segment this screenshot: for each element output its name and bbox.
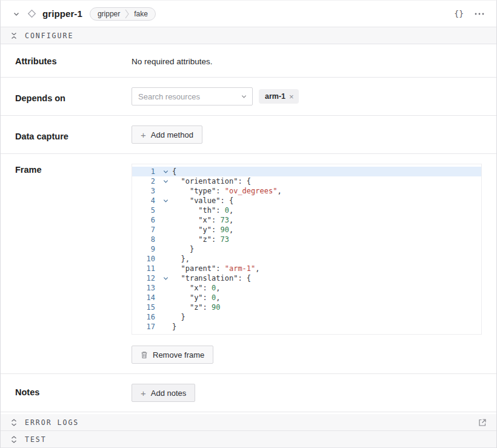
component-header: gripper-1 gripperfake {} [1, 1, 496, 27]
line-number: 12 [132, 273, 159, 283]
editor-line: 4 "value": { [132, 196, 481, 206]
depends-search-input[interactable] [132, 87, 253, 105]
editor-line: 9 } [132, 244, 481, 254]
editor-line: 16 } [132, 312, 481, 322]
remove-dependency-icon[interactable]: × [289, 93, 294, 101]
line-number: 2 [132, 176, 159, 186]
code-text: "z": 73 [172, 235, 229, 244]
code-text: } [172, 244, 194, 254]
fold-chevron-icon[interactable] [159, 176, 172, 186]
json-mode-toggle-icon[interactable]: {} [454, 9, 464, 18]
overflow-menu-icon[interactable] [475, 13, 484, 15]
section-configure-bar[interactable]: CONFIGURE [1, 27, 496, 44]
attributes-value: No required attributes. [132, 55, 482, 66]
editor-line: 5 "th": 0, [132, 206, 481, 215]
editor-line: 13 "x": 0, [132, 283, 481, 293]
component-name: gripper-1 [42, 8, 82, 19]
remove-frame-label: Remove frame [153, 350, 204, 359]
expand-section-icon [10, 419, 18, 426]
fold-chevron-icon[interactable] [159, 167, 172, 176]
editor-line: 1{ [132, 167, 481, 176]
fold-gutter [159, 215, 172, 225]
code-text: "z": 90 [172, 303, 221, 312]
collapse-chevron-icon[interactable] [10, 8, 22, 20]
section-error-logs-label: ERROR LOGS [25, 418, 79, 427]
collapsed-sections: ERROR LOGS TEST [1, 414, 496, 448]
section-configure-label: CONFIGURE [25, 32, 73, 40]
line-number: 4 [132, 196, 159, 206]
section-test-bar[interactable]: TEST [1, 431, 496, 448]
line-number: 5 [132, 206, 159, 215]
fold-chevron-icon[interactable] [159, 196, 172, 206]
line-number: 8 [132, 235, 159, 244]
line-number: 10 [132, 254, 159, 264]
add-method-button[interactable]: + Add method [132, 125, 202, 144]
fold-gutter [159, 225, 172, 235]
depends-search-box [132, 87, 253, 105]
editor-line: 6 "x": 73, [132, 215, 481, 225]
dependency-chip-label: arm-1 [265, 92, 285, 101]
frame-row: Frame 1{2 "orientation": {3 "type": "ov_… [1, 154, 496, 374]
remove-frame-button[interactable]: Remove frame [132, 346, 213, 364]
code-text: "type": "ov_degrees", [172, 186, 282, 196]
editor-line: 10 }, [132, 254, 481, 264]
notes-label: Notes [15, 384, 132, 402]
expand-section-icon [10, 436, 18, 443]
fold-gutter [159, 254, 172, 264]
code-text: "parent": "arm-1", [172, 264, 260, 273]
attributes-label: Attributes [15, 55, 132, 66]
plus-icon: + [141, 389, 146, 398]
fold-gutter [159, 312, 172, 322]
line-number: 16 [132, 312, 159, 322]
code-text: "y": 0, [172, 293, 221, 303]
code-text: "x": 73, [172, 215, 233, 225]
resource-badge: gripper [96, 8, 121, 20]
line-number: 1 [132, 167, 159, 176]
dependency-chip: arm-1× [259, 89, 299, 104]
code-text: "x": 0, [172, 283, 221, 293]
editor-line: 14 "y": 0, [132, 293, 481, 303]
fold-gutter [159, 303, 172, 312]
section-error-logs-bar[interactable]: ERROR LOGS [1, 414, 496, 431]
code-text: { [172, 167, 176, 176]
editor-line: 3 "type": "ov_degrees", [132, 186, 481, 196]
data-capture-row: Data capture + Add method [1, 116, 496, 154]
attributes-row: Attributes No required attributes. [1, 44, 496, 78]
line-number: 13 [132, 283, 159, 293]
code-text: }, [172, 254, 190, 264]
editor-line: 8 "z": 73 [132, 235, 481, 244]
trash-icon [141, 351, 148, 359]
fold-gutter [159, 186, 172, 196]
add-notes-label: Add notes [151, 389, 187, 398]
fold-chevron-icon[interactable] [159, 273, 172, 283]
frame-json-editor[interactable]: 1{2 "orientation": {3 "type": "ov_degree… [132, 164, 482, 335]
code-text: "translation": { [172, 273, 251, 283]
editor-line: 7 "y": 90, [132, 225, 481, 235]
line-number: 17 [132, 322, 159, 332]
code-text: "y": 90, [172, 225, 233, 235]
line-number: 11 [132, 264, 159, 273]
editor-line: 12 "translation": { [132, 273, 481, 283]
data-capture-label: Data capture [15, 128, 132, 141]
fold-gutter [159, 322, 172, 332]
resource-badge: fake [133, 8, 149, 20]
add-method-label: Add method [151, 130, 193, 139]
code-text: } [172, 322, 176, 332]
fold-gutter [159, 235, 172, 244]
line-number: 7 [132, 225, 159, 235]
depends-on-label: Depends on [15, 90, 132, 103]
editor-line: 15 "z": 90 [132, 303, 481, 312]
code-text: "th": 0, [172, 206, 233, 215]
editor-line: 11 "parent": "arm-1", [132, 264, 481, 273]
editor-line: 17} [132, 322, 481, 332]
component-type-diamond-icon [27, 9, 36, 18]
add-notes-button[interactable]: + Add notes [132, 384, 195, 402]
resource-badges: gripperfake [90, 7, 156, 21]
section-test-label: TEST [25, 435, 47, 444]
collapse-section-icon [10, 32, 18, 39]
line-number: 15 [132, 303, 159, 312]
component-card: gripper-1 gripperfake {} CONFIGURE Attri… [0, 0, 497, 448]
editor-line: 2 "orientation": { [132, 176, 481, 186]
open-logs-external-icon[interactable] [478, 418, 487, 427]
badge-separator-icon [125, 9, 129, 19]
